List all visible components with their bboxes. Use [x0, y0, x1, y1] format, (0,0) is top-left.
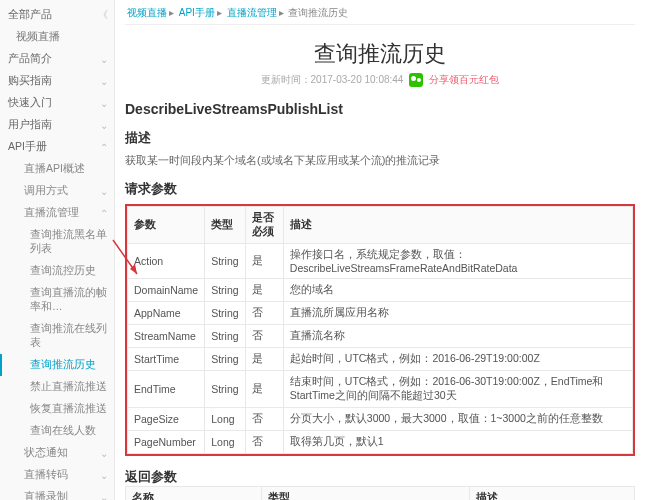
request-params-table: 参数 类型 是否必须 描述 ActionString是操作接口名，系统规定参数，… [127, 206, 633, 454]
sidebar-item[interactable]: 产品简介⌄ [0, 48, 114, 70]
section-desc-heading: 描述 [125, 129, 635, 147]
table-row: ActionString是操作接口名，系统规定参数，取值：DescribeLiv… [128, 244, 633, 279]
sidebar-item[interactable]: 调用方式⌄ [0, 180, 114, 202]
table-cell: AppName [128, 302, 205, 325]
share-link[interactable]: 分享领百元红包 [429, 73, 499, 87]
table-row: EndTimeString是结束时间，UTC格式，例如：2016-06-30T1… [128, 371, 633, 408]
th-desc: 描述 [469, 487, 634, 501]
table-cell: DomainName [128, 279, 205, 302]
table-cell: 否 [245, 408, 283, 431]
collapse-icon: 《 [98, 8, 108, 22]
sidebar-item[interactable]: 状态通知⌄ [0, 442, 114, 464]
chevron-icon: ⌄ [100, 492, 108, 501]
response-params-table: 名称 类型 描述 PublishInfoPublishInfoModel[]推流… [125, 486, 635, 500]
table-cell: Long [205, 431, 245, 454]
table-cell: String [205, 371, 245, 408]
table-cell: 否 [245, 325, 283, 348]
sidebar-item[interactable]: 禁止直播流推送 [0, 376, 114, 398]
crumb-link[interactable]: 视频直播 [127, 7, 167, 18]
sidebar-item[interactable]: 购买指南⌄ [0, 70, 114, 92]
page-title: 查询推流历史 [125, 39, 635, 69]
sidebar-item[interactable]: 直播API概述 [0, 158, 114, 180]
table-cell: String [205, 325, 245, 348]
request-params-table-highlight: 参数 类型 是否必须 描述 ActionString是操作接口名，系统规定参数，… [125, 204, 635, 456]
section-req-heading: 请求参数 [125, 180, 635, 198]
crumb-current: 查询推流历史 [288, 7, 348, 18]
table-cell: 否 [245, 431, 283, 454]
sidebar-item[interactable]: 查询在线人数 [0, 420, 114, 442]
table-cell: 是 [245, 279, 283, 302]
table-row: PageSizeLong否分页大小，默认3000，最大3000，取值：1~300… [128, 408, 633, 431]
table-cell: String [205, 348, 245, 371]
table-cell: 分页大小，默认3000，最大3000，取值：1~3000之前的任意整数 [283, 408, 632, 431]
breadcrumb: 视频直播▸ API手册▸ 直播流管理▸ 查询推流历史 [125, 6, 635, 25]
table-cell: String [205, 244, 245, 279]
chevron-icon: ⌄ [100, 186, 108, 197]
sidebar-item[interactable]: 直播流管理⌃ [0, 202, 114, 224]
sidebar-item[interactable]: 用户指南⌄ [0, 114, 114, 136]
sidebar-all-products[interactable]: 全部产品《 [0, 4, 114, 26]
table-row: StreamNameString否直播流名称 [128, 325, 633, 348]
api-name: DescribeLiveStreamsPublishList [125, 101, 635, 117]
sidebar-item[interactable]: 查询推流在线列表 [0, 318, 114, 354]
table-cell: 您的域名 [283, 279, 632, 302]
table-cell: Action [128, 244, 205, 279]
table-cell: PageSize [128, 408, 205, 431]
sidebar: 全部产品《 视频直播产品简介⌄购买指南⌄快速入门⌄用户指南⌄API手册⌃直播AP… [0, 0, 115, 500]
table-cell: 是 [245, 371, 283, 408]
th-type: 类型 [261, 487, 469, 501]
chevron-icon: ⌄ [100, 120, 108, 131]
crumb-link[interactable]: API手册 [179, 7, 215, 18]
table-cell: 是 [245, 348, 283, 371]
table-cell: 取得第几页，默认1 [283, 431, 632, 454]
chevron-icon: ⌄ [100, 448, 108, 459]
chevron-icon: ⌄ [100, 54, 108, 65]
chevron-icon: ⌃ [100, 142, 108, 153]
table-cell: StartTime [128, 348, 205, 371]
table-cell: EndTime [128, 371, 205, 408]
description-text: 获取某一时间段内某个域名(或域名下某应用或某个流)的推流记录 [125, 153, 635, 168]
main-content: 视频直播▸ API手册▸ 直播流管理▸ 查询推流历史 查询推流历史 更新时间：2… [115, 0, 645, 500]
th-desc: 描述 [283, 207, 632, 244]
table-cell: StreamName [128, 325, 205, 348]
wechat-icon[interactable] [409, 73, 423, 87]
sidebar-item[interactable]: 恢复直播流推送 [0, 398, 114, 420]
th-param: 参数 [128, 207, 205, 244]
chevron-icon: ⌄ [100, 76, 108, 87]
table-row: AppNameString否直播流所属应用名称 [128, 302, 633, 325]
sidebar-item[interactable]: 查询推流黑名单列表 [0, 224, 114, 260]
chevron-icon: ⌃ [100, 208, 108, 219]
sidebar-item[interactable]: 直播录制⌄ [0, 486, 114, 500]
sidebar-item[interactable]: 查询推流历史 [0, 354, 114, 376]
table-cell: Long [205, 408, 245, 431]
th-type: 类型 [205, 207, 245, 244]
sidebar-item[interactable]: API手册⌃ [0, 136, 114, 158]
table-cell: 直播流名称 [283, 325, 632, 348]
section-resp-heading: 返回参数 [125, 468, 635, 486]
table-cell: 结束时间，UTC格式，例如：2016-06-30T19:00:00Z，EndTi… [283, 371, 632, 408]
sidebar-item[interactable]: 查询流控历史 [0, 260, 114, 282]
sidebar-item[interactable]: 视频直播 [0, 26, 114, 48]
crumb-link[interactable]: 直播流管理 [227, 7, 277, 18]
chevron-icon: ⌄ [100, 470, 108, 481]
sidebar-item[interactable]: 查询直播流的帧率和… [0, 282, 114, 318]
th-required: 是否必须 [245, 207, 283, 244]
table-cell: String [205, 279, 245, 302]
table-cell: PageNumber [128, 431, 205, 454]
table-cell: 是 [245, 244, 283, 279]
sidebar-item[interactable]: 直播转码⌄ [0, 464, 114, 486]
th-name: 名称 [126, 487, 262, 501]
sidebar-item[interactable]: 快速入门⌄ [0, 92, 114, 114]
table-row: DomainNameString是您的域名 [128, 279, 633, 302]
table-cell: 操作接口名，系统规定参数，取值：DescribeLiveStreamsFrame… [283, 244, 632, 279]
chevron-icon: ⌄ [100, 98, 108, 109]
table-row: PageNumberLong否取得第几页，默认1 [128, 431, 633, 454]
table-cell: 直播流所属应用名称 [283, 302, 632, 325]
table-cell: String [205, 302, 245, 325]
table-cell: 否 [245, 302, 283, 325]
updated-time: 更新时间：2017-03-20 10:08:44 [261, 73, 404, 87]
table-cell: 起始时间，UTC格式，例如：2016-06-29T19:00:00Z [283, 348, 632, 371]
table-row: StartTimeString是起始时间，UTC格式，例如：2016-06-29… [128, 348, 633, 371]
